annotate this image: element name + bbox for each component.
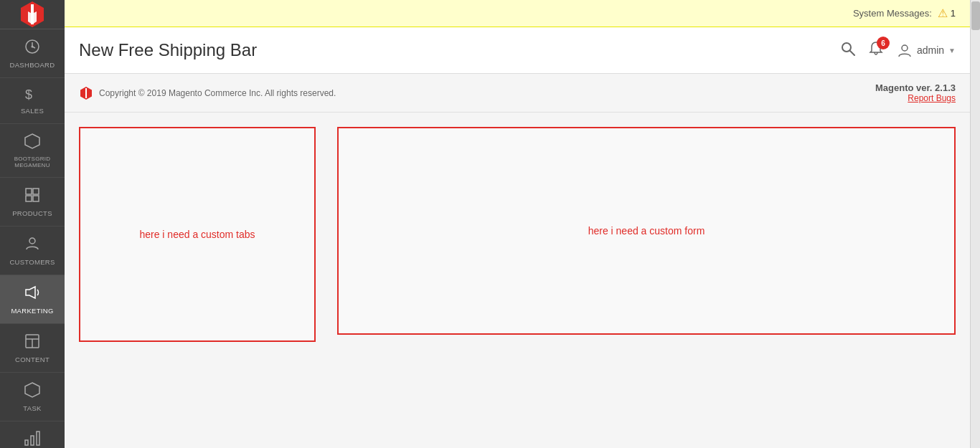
header-actions: 6 admin ▼: [841, 41, 956, 59]
svg-text:$: $: [25, 87, 32, 101]
sidebar-item-marketing-label: MARKETING: [11, 307, 53, 315]
dashboard-icon: [24, 38, 41, 58]
magento-version-number: ver. 2.1.3: [916, 82, 956, 93]
sidebar-item-sales-label: SALES: [21, 107, 44, 115]
sidebar: DASHBOARD $ SALES BOOTSGRID MEGAMENU PRO…: [0, 0, 65, 448]
magento-logo-icon: [18, 0, 47, 29]
sidebar-item-content[interactable]: CONTENT: [0, 324, 65, 373]
sidebar-item-customers[interactable]: CUSTOMERS: [0, 227, 65, 275]
bootsgrid-icon: [24, 133, 41, 153]
page-header: New Free Shipping Bar 6: [65, 27, 970, 74]
task-icon: [24, 381, 41, 401]
sidebar-item-task[interactable]: TASK: [0, 373, 65, 421]
sidebar-item-bootsgrid-label: BOOTSGRID MEGAMENU: [4, 156, 61, 168]
svg-marker-6: [25, 134, 39, 148]
content-icon: [24, 333, 41, 353]
user-avatar-icon: [897, 42, 913, 58]
sidebar-item-products-label: PRODUCTS: [12, 209, 52, 217]
customers-icon: [24, 235, 41, 255]
notification-badge: 6: [877, 37, 890, 49]
products-icon: [24, 186, 41, 206]
custom-tabs-panel: here i need a custom tabs: [79, 127, 316, 342]
report-bugs-link[interactable]: Report Bugs: [875, 93, 956, 103]
svg-point-22: [902, 45, 908, 51]
sidebar-item-products[interactable]: PRODUCTS: [0, 178, 65, 227]
footer-left: Copyright © 2019 Magento Commerce Inc. A…: [79, 86, 336, 100]
sidebar-item-bootsgrid[interactable]: BOOTSGRID MEGAMENU: [0, 124, 65, 178]
svg-point-11: [29, 238, 35, 244]
sidebar-item-reports[interactable]: REPORTS: [0, 421, 65, 448]
svg-marker-12: [26, 287, 35, 298]
notification-button[interactable]: 6: [868, 41, 884, 59]
system-messages-bar: System Messages: ⚠ 1: [65, 0, 970, 27]
svg-rect-17: [25, 440, 28, 445]
sidebar-item-content-label: CONTENT: [15, 356, 50, 363]
svg-point-20: [842, 43, 851, 52]
search-icon[interactable]: [841, 42, 855, 59]
footer-right: Magento ver. 2.1.3 Report Bugs: [875, 82, 956, 103]
svg-rect-9: [26, 196, 32, 201]
custom-tabs-placeholder: here i need a custom tabs: [139, 229, 255, 240]
sidebar-item-dashboard[interactable]: DASHBOARD: [0, 29, 65, 78]
svg-rect-24: [85, 88, 87, 98]
sidebar-logo: [0, 0, 65, 29]
system-messages-count: 1: [951, 8, 956, 19]
svg-marker-16: [25, 383, 39, 397]
svg-rect-19: [37, 432, 39, 445]
svg-rect-7: [26, 189, 32, 194]
admin-user-menu[interactable]: admin ▼: [897, 42, 956, 58]
svg-line-21: [850, 51, 854, 55]
admin-dropdown-arrow: ▼: [948, 47, 956, 54]
sales-icon: $: [24, 87, 41, 104]
sidebar-item-marketing[interactable]: MARKETING: [0, 275, 65, 324]
svg-rect-18: [31, 436, 34, 445]
sidebar-item-dashboard-label: DASHBOARD: [10, 61, 55, 69]
svg-point-4: [32, 46, 34, 48]
magento-version-label: Magento: [875, 82, 913, 93]
system-messages-label: System Messages:: [853, 8, 932, 19]
svg-rect-10: [33, 196, 39, 201]
custom-form-panel: here i need a custom form: [337, 127, 956, 335]
scrollbar-track[interactable]: [970, 0, 980, 448]
footer-magento-logo: [79, 86, 93, 100]
warning-icon: ⚠: [938, 6, 948, 20]
svg-rect-8: [33, 189, 39, 194]
custom-form-placeholder: here i need a custom form: [588, 225, 705, 237]
sidebar-item-sales[interactable]: $ SALES: [0, 78, 65, 124]
sidebar-item-customers-label: CUSTOMERS: [9, 258, 55, 266]
admin-username: admin: [917, 44, 944, 56]
content-area: Copyright © 2019 Magento Commerce Inc. A…: [65, 74, 970, 448]
footer-copyright: Copyright © 2019 Magento Commerce Inc. A…: [99, 88, 336, 98]
reports-icon: [24, 430, 41, 448]
main-content: System Messages: ⚠ 1 New Free Shipping B…: [65, 0, 970, 448]
magento-version: Magento ver. 2.1.3: [875, 82, 956, 93]
scrollbar-thumb: [971, 1, 980, 30]
marketing-icon: [24, 284, 41, 304]
footer-bar: Copyright © 2019 Magento Commerce Inc. A…: [65, 74, 970, 113]
page-title: New Free Shipping Bar: [79, 40, 257, 60]
sidebar-item-task-label: TASK: [23, 404, 41, 412]
panels-area: here i need a custom tabs here i need a …: [65, 113, 970, 356]
svg-rect-2: [31, 4, 34, 24]
